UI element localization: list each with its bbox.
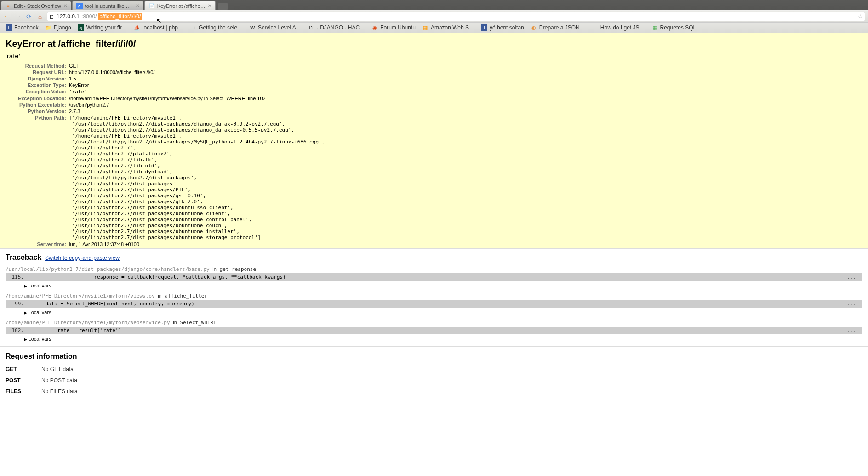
request-val: No GET data (41, 366, 74, 373)
row-label: Exception Type: (6, 82, 69, 88)
row-value: 1.5 (69, 75, 325, 82)
traceback-frame: /usr/local/lib/python2.7/dist-packages/d… (6, 266, 862, 288)
local-vars-toggle[interactable]: Local vars (6, 308, 862, 315)
forward-button[interactable]: → (14, 12, 22, 21)
bookmark-prepare-json[interactable]: ◐Prepare a JSON… (528, 23, 588, 32)
bookmark-how-do-i[interactable]: ≡How do I get JS… (589, 23, 648, 32)
expand-icon[interactable]: ... (847, 274, 859, 280)
django-icon: dj (78, 24, 84, 31)
code-text: data = Select_WHERE(continent, country, … (33, 301, 847, 307)
expand-icon[interactable]: ... (847, 301, 859, 307)
tab-label: KeyError at /affiche_filte (157, 3, 206, 9)
row-value: http://127.0.0.1:8000/affiche_filter/i/i… (69, 69, 325, 75)
bookmark-forum-ubuntu[interactable]: ◉Forum Ubuntu (369, 23, 418, 32)
error-value: 'rate' (6, 52, 868, 60)
row-label: Request Method: (6, 63, 69, 69)
sql-icon: ▦ (651, 24, 658, 31)
bookmark-getting[interactable]: 🗋Getting the sele… (187, 23, 246, 32)
row-label: Python Version: (6, 108, 69, 115)
tabs-bar: ≡ Edit - Stack Overflow ✕ g tool in ubun… (0, 0, 868, 10)
reload-button[interactable]: ⟳ (25, 12, 33, 21)
bookmark-star-icon[interactable]: ☆ (858, 13, 863, 20)
row-value: 'rate' (69, 88, 325, 95)
request-key: POST (6, 377, 41, 384)
url-port: :8000/ (81, 13, 97, 20)
frame-location: /home/amine/PFE Directory/mysite1/myform… (6, 320, 862, 327)
row-label: Exception Value: (6, 88, 69, 95)
code-text: response = callback(request, *callback_a… (33, 274, 847, 280)
tab-label: tool in ubuntu like paint in (85, 3, 133, 9)
bookmark-service[interactable]: WService Level A… (246, 23, 304, 32)
request-val: No FILES data (41, 388, 78, 395)
request-info-heading: Request information (6, 352, 862, 361)
code-line[interactable]: 115. response = callback(request, *callb… (6, 273, 862, 281)
code-line[interactable]: 99. data = Select_WHERE(continent, count… (6, 300, 862, 308)
error-summary: KeyError at /affiche_filter/i/i/0/ 'rate… (0, 33, 868, 249)
code-line[interactable]: 102. rate = result['rate'] ... (6, 327, 862, 334)
bookmark-requetes-sql[interactable]: ▦Requetes SQL (649, 23, 699, 32)
ubuntu-icon: ◉ (371, 24, 378, 31)
row-value: KeyError (69, 82, 325, 88)
page-icon: 🗋 (49, 14, 55, 19)
line-number: 99. (6, 301, 33, 307)
bookmark-ye-bent[interactable]: fyé bent soltan (478, 23, 527, 32)
request-key: GET (6, 366, 41, 373)
request-val: No POST data (41, 377, 77, 384)
document-icon: 📄 (148, 3, 155, 9)
google-icon: g (76, 3, 83, 9)
facebook-icon: f (481, 24, 487, 31)
close-icon[interactable]: ✕ (63, 3, 67, 8)
url-bar[interactable]: 🗋 127.0.0.1:8000/affiche_filter/i/i/0/ ☆ (47, 12, 865, 21)
bookmarks-bar: fFacebook 📁Django djWriting your fir… ⛵l… (0, 22, 868, 33)
traceback-section: Traceback Switch to copy-and-paste view … (0, 249, 868, 347)
expand-icon[interactable]: ... (847, 327, 859, 333)
request-row: FILESNo FILES data (6, 388, 862, 395)
bookmark-localhost[interactable]: ⛵localhost | php… (131, 23, 186, 32)
stackoverflow-icon: ≡ (5, 3, 11, 9)
bookmark-writing[interactable]: djWriting your fir… (75, 23, 130, 32)
site-icon: ◐ (531, 24, 537, 31)
request-row: POSTNo POST data (6, 377, 862, 384)
url-host: 127.0.0.1 (57, 13, 80, 20)
line-number: 115. (6, 274, 33, 280)
home-button[interactable]: ⌂ (36, 12, 44, 21)
local-vars-toggle[interactable]: Local vars (6, 334, 862, 342)
tab-keyerror[interactable]: 📄 KeyError at /affiche_filte ✕ (144, 1, 216, 10)
close-icon[interactable]: ✕ (208, 3, 211, 8)
local-vars-toggle[interactable]: Local vars (6, 281, 862, 288)
row-value: /usr/bin/python2.7 (69, 102, 325, 108)
row-value: ['/home/amine/PFE Directory/mysite1', '/… (69, 115, 325, 241)
row-value: /home/amine/PFE Directory/mysite1/myform… (69, 95, 325, 102)
traceback-heading: Traceback (6, 253, 41, 261)
row-label: Django Version: (6, 75, 69, 82)
bookmark-django[interactable]: 📁Django (42, 23, 74, 32)
browser-chrome: ≡ Edit - Stack Overflow ✕ g tool in ubun… (0, 0, 868, 33)
line-number: 102. (6, 327, 33, 333)
row-label: Exception Location: (6, 95, 69, 102)
row-label: Request URL: (6, 69, 69, 75)
bookmark-facebook[interactable]: fFacebook (3, 23, 41, 32)
bookmark-amazon[interactable]: ▦Amazon Web S… (419, 23, 477, 32)
row-label: Server time: (6, 241, 69, 247)
folder-icon: 📁 (45, 24, 51, 31)
back-button[interactable]: ← (3, 12, 11, 21)
row-label: Python Path: (6, 115, 69, 241)
error-title: KeyError at /affiche_filter/i/i/0/ (6, 39, 868, 49)
page-icon: 🗋 (190, 24, 196, 31)
frame-location: /home/amine/PFE Directory/mysite1/myform… (6, 293, 862, 300)
switch-view-link[interactable]: Switch to copy-and-paste view (45, 255, 120, 261)
phpmyadmin-icon: ⛵ (134, 24, 140, 31)
frame-location: /usr/local/lib/python2.7/dist-packages/d… (6, 266, 862, 273)
tab-google[interactable]: g tool in ubuntu like paint in ✕ (72, 1, 143, 10)
row-value: 2.7.3 (69, 108, 325, 115)
facebook-icon: f (6, 24, 12, 31)
new-tab-button[interactable] (218, 3, 228, 10)
wikipedia-icon: W (249, 24, 256, 31)
tab-stackoverflow[interactable]: ≡ Edit - Stack Overflow ✕ (1, 1, 71, 10)
code-text: rate = result['rate'] (33, 327, 847, 333)
close-icon[interactable]: ✕ (136, 3, 139, 8)
url-path: affiche_filter/i/i/0/ (98, 13, 142, 20)
bookmark-django-hac[interactable]: 🗋- DJANGO - HAC… (305, 23, 368, 32)
traceback-frame: /home/amine/PFE Directory/mysite1/myform… (6, 293, 862, 315)
error-table: Request Method:GET Request URL:http://12… (6, 63, 325, 247)
